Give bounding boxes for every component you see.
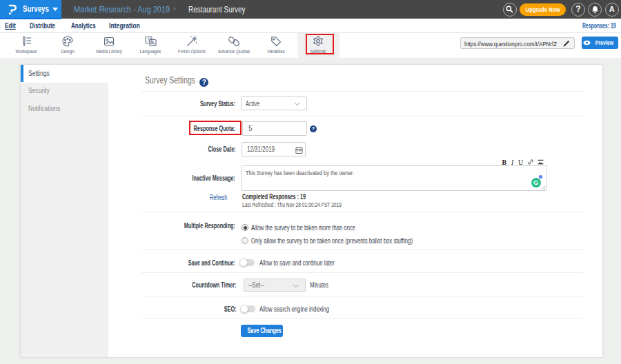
svg-text:A: A — [151, 41, 155, 46]
